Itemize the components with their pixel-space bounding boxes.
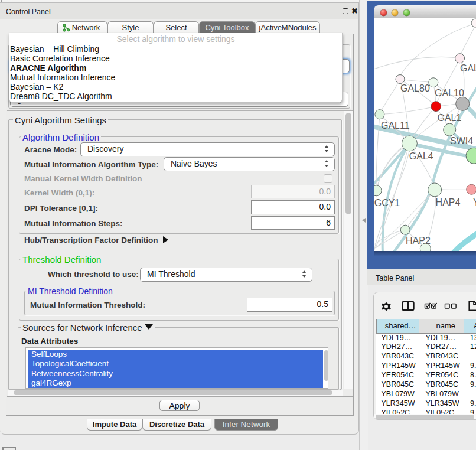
svg-text:GAL10: GAL10 [435,88,464,98]
svg-text:SWI4: SWI4 [450,136,473,146]
svg-text:GAL4: GAL4 [409,151,433,161]
svg-text:GAL80: GAL80 [400,83,430,93]
svg-text:GAL: GAL [460,63,476,73]
svg-text:GAL11: GAL11 [381,120,410,131]
svg-text:HAP4: HAP4 [436,197,461,207]
svg-text:GAL1: GAL1 [438,113,462,123]
svg-text:HAP2: HAP2 [406,236,431,246]
svg-text:Y: Y [473,197,476,207]
svg-text:GCY1: GCY1 [374,198,400,208]
